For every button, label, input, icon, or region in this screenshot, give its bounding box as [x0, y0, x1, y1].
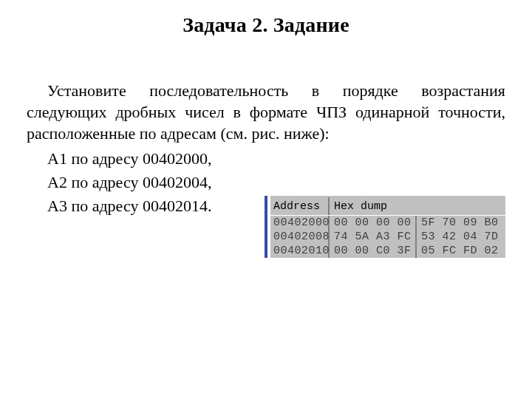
- hex-addr-cell: 00402010: [270, 244, 330, 258]
- hex-bytes-group: 74 5A A3 FC: [330, 230, 417, 244]
- hex-header-row: Address Hex dump: [270, 197, 505, 216]
- hex-bytes-group: 05 FC FD 02: [417, 244, 505, 258]
- hex-bytes: 00 00 C0 3F 05 FC FD 02: [330, 244, 505, 258]
- hex-bytes: 74 5A A3 FC 53 42 04 7D: [330, 230, 505, 244]
- hex-dump-inner: Address Hex dump 00402000 00 00 00 00 5F…: [270, 196, 505, 258]
- hex-bytes: 00 00 00 00 5F 70 09 B0: [330, 216, 505, 230]
- hex-header-hexdump: Hex dump: [330, 197, 505, 215]
- hex-addr-cell: 00402000: [270, 216, 330, 230]
- table-row: 00402000 00 00 00 00 5F 70 09 B0: [270, 216, 505, 230]
- hex-bytes-group: 5F 70 09 B0: [417, 216, 505, 230]
- hex-dump-panel: Address Hex dump 00402000 00 00 00 00 5F…: [265, 196, 505, 258]
- address-list: А1 по адресу 00402000, А2 по адресу 0040…: [27, 147, 256, 218]
- hex-bytes-group: 53 42 04 7D: [417, 230, 505, 244]
- page-title: Задача 2. Задание: [27, 13, 505, 37]
- table-row: 00402010 00 00 C0 3F 05 FC FD 02: [270, 244, 505, 258]
- list-item: А3 по адресу 00402014.: [27, 194, 256, 218]
- list-item: А2 по адресу 00402004,: [27, 171, 256, 194]
- hex-addr-cell: 00402008: [270, 230, 330, 244]
- page: Задача 2. Задание Установите последовате…: [0, 0, 532, 399]
- hex-bytes-group: 00 00 C0 3F: [330, 244, 417, 258]
- content-columns: А1 по адресу 00402000, А2 по адресу 0040…: [27, 147, 505, 258]
- table-row: 00402008 74 5A A3 FC 53 42 04 7D: [270, 230, 505, 244]
- task-paragraph: Установите последовательность в порядке …: [27, 80, 505, 144]
- hex-header-address: Address: [270, 197, 330, 215]
- text-column: А1 по адресу 00402000, А2 по адресу 0040…: [27, 147, 256, 218]
- list-item: А1 по адресу 00402000,: [27, 147, 256, 171]
- hex-bytes-group: 00 00 00 00: [330, 216, 417, 230]
